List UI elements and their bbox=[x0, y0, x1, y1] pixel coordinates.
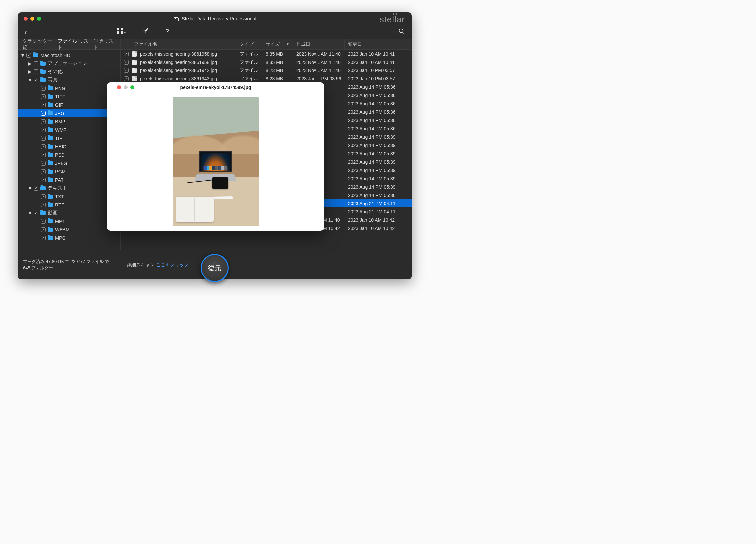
checkbox[interactable]: ✓ bbox=[26, 53, 31, 58]
disclosure-icon[interactable]: ▶ bbox=[28, 61, 32, 66]
disclosure-icon[interactable]: ▼ bbox=[20, 53, 24, 58]
tree-label: JPEG bbox=[55, 161, 67, 166]
tree-node[interactable]: ▼✓写真 bbox=[18, 76, 120, 84]
disclosure-icon[interactable]: ▼ bbox=[28, 186, 32, 191]
col-type[interactable]: タイプ bbox=[236, 39, 262, 49]
checkbox[interactable]: ✓ bbox=[41, 94, 46, 99]
file-modified: 2023 Jan 10 AM 10:41 bbox=[345, 51, 412, 57]
close-icon[interactable] bbox=[24, 17, 28, 21]
tree-node[interactable]: ✓WEBM bbox=[18, 225, 120, 234]
checkbox[interactable]: ✓ bbox=[41, 111, 46, 116]
brand-logo: stellar bbox=[380, 14, 405, 25]
tree-node[interactable]: ✓HEIC bbox=[18, 142, 120, 151]
row-checkbox[interactable]: ✓ bbox=[124, 60, 129, 65]
folder-icon bbox=[48, 145, 53, 149]
tree-node[interactable]: ▼✓動画 bbox=[18, 209, 120, 217]
checkbox[interactable]: ✓ bbox=[34, 211, 38, 215]
recover-button[interactable]: 復元 bbox=[201, 254, 229, 282]
file-row[interactable]: ✓pexels-thisisengineering-3861958.jpgファイ… bbox=[121, 50, 412, 58]
checkbox[interactable]: ✓ bbox=[41, 136, 46, 141]
tree-node[interactable]: ▶✓その他 bbox=[18, 68, 120, 76]
checkbox[interactable]: ✓ bbox=[41, 169, 46, 174]
tree-node[interactable]: ✓MPG bbox=[18, 234, 120, 242]
checkbox[interactable]: ✓ bbox=[41, 203, 46, 207]
activation-button[interactable] bbox=[142, 28, 149, 37]
deep-scan-link[interactable]: ここをクリック bbox=[156, 262, 189, 267]
column-headers: ファイル名 タイプ サイズ▼ 作成日 変更日 bbox=[121, 39, 412, 50]
view-tab[interactable]: 削除リスト bbox=[94, 38, 116, 51]
col-name[interactable]: ファイル名 bbox=[121, 39, 236, 49]
tree-node[interactable]: ✓JPG bbox=[18, 109, 120, 117]
checkbox[interactable]: ✓ bbox=[41, 144, 46, 149]
checkbox[interactable]: ✓ bbox=[41, 86, 46, 91]
col-modified[interactable]: 変更日 bbox=[345, 39, 412, 49]
tree-node[interactable]: ✓PGM bbox=[18, 167, 120, 176]
file-modified: 2023 Aug 14 PM 05:36 bbox=[345, 126, 412, 131]
checkbox[interactable]: ✓ bbox=[41, 219, 46, 224]
checkbox[interactable]: ✓ bbox=[34, 69, 38, 74]
disclosure-icon[interactable]: ▼ bbox=[28, 210, 32, 216]
checkbox[interactable]: ✓ bbox=[41, 236, 46, 240]
tree-node[interactable]: ✓PSD bbox=[18, 151, 120, 159]
file-row[interactable]: ✓pexels-thisisengineering-3861958.jpgファイ… bbox=[121, 58, 412, 66]
checkbox[interactable]: ✓ bbox=[41, 119, 46, 124]
checkbox[interactable]: ✓ bbox=[41, 153, 46, 157]
tree-node[interactable]: ✓TIF bbox=[18, 134, 120, 142]
row-checkbox[interactable]: ✓ bbox=[124, 76, 129, 81]
tree-node[interactable]: ✓MP4 bbox=[18, 217, 120, 225]
tree-label: 動画 bbox=[48, 210, 58, 216]
tree-node[interactable]: ▼✓Macintosh HD bbox=[18, 51, 120, 59]
checkbox[interactable]: ✓ bbox=[34, 78, 38, 82]
col-created[interactable]: 作成日 bbox=[293, 39, 345, 49]
file-created: 2023 Jan… PM 03:56 bbox=[293, 76, 345, 81]
tree-node[interactable]: ▼✓テキスト bbox=[18, 184, 120, 192]
tree-label: その他 bbox=[48, 68, 63, 75]
help-button[interactable] bbox=[165, 28, 169, 37]
folder-icon bbox=[48, 136, 53, 140]
file-icon bbox=[132, 60, 137, 65]
file-modified: 2023 Aug 14 PM 05:39 bbox=[345, 151, 412, 156]
col-size[interactable]: サイズ▼ bbox=[262, 39, 293, 49]
disclosure-icon[interactable]: ▶ bbox=[28, 69, 32, 74]
checkbox[interactable]: ✓ bbox=[34, 186, 38, 191]
tree-node[interactable]: ✓PNG bbox=[18, 84, 120, 92]
tree-node[interactable]: ✓BMP bbox=[18, 117, 120, 126]
checkbox[interactable]: ✓ bbox=[41, 161, 46, 166]
tree-node[interactable]: ✓RTF bbox=[18, 201, 120, 209]
view-tab[interactable]: クラシック一覧 bbox=[22, 38, 53, 51]
window-title: Stellar Data Recovery Professional bbox=[18, 16, 412, 21]
file-modified: 2023 Aug 14 PM 05:39 bbox=[345, 143, 412, 148]
file-name: pexels-thisisengineering-3861958.jpg bbox=[140, 60, 217, 65]
file-row[interactable]: ✓pexels-thisisengineering-3861943.jpgファイ… bbox=[121, 74, 412, 83]
tree-node[interactable]: ✓JPEG bbox=[18, 159, 120, 167]
row-checkbox[interactable]: ✓ bbox=[124, 68, 129, 73]
checkbox[interactable]: ✓ bbox=[34, 61, 38, 66]
preview-title: pexels-emre-akyol-17874599.jpg bbox=[107, 85, 324, 90]
view-tab[interactable]: ファイル リスト bbox=[58, 38, 89, 51]
file-modified: 2023 Aug 14 PM 05:39 bbox=[345, 184, 412, 190]
file-modified: 2023 Jan 10 PM 03:57 bbox=[345, 76, 412, 81]
checkbox[interactable]: ✓ bbox=[41, 194, 46, 199]
row-checkbox[interactable]: ✓ bbox=[124, 52, 129, 56]
svg-point-1 bbox=[399, 29, 403, 33]
view-switch-button[interactable] bbox=[117, 28, 126, 37]
checkbox[interactable]: ✓ bbox=[41, 128, 46, 132]
tree-node[interactable]: ✓PAT bbox=[18, 176, 120, 184]
tree-node[interactable]: ✓WMF bbox=[18, 126, 120, 134]
search-button[interactable] bbox=[398, 28, 405, 36]
zoom-icon[interactable] bbox=[37, 17, 41, 21]
checkbox[interactable]: ✓ bbox=[41, 227, 46, 232]
tree-label: RTF bbox=[55, 202, 64, 207]
tree-node[interactable]: ✓GIF bbox=[18, 101, 120, 109]
back-button[interactable] bbox=[24, 27, 27, 37]
tree-node[interactable]: ✓TIFF bbox=[18, 92, 120, 101]
file-size: 8.35 MB bbox=[262, 60, 293, 65]
folder-icon bbox=[48, 203, 53, 207]
disclosure-icon[interactable]: ▼ bbox=[28, 77, 32, 83]
checkbox[interactable]: ✓ bbox=[41, 103, 46, 107]
file-row[interactable]: ✓pexels-thisisengineering-3861942.jpgファイ… bbox=[121, 66, 412, 74]
tree-node[interactable]: ✓TXT bbox=[18, 192, 120, 201]
checkbox[interactable]: ✓ bbox=[41, 178, 46, 182]
minimize-icon[interactable] bbox=[30, 17, 34, 21]
tree-node[interactable]: ▶✓アプリケーション bbox=[18, 59, 120, 68]
